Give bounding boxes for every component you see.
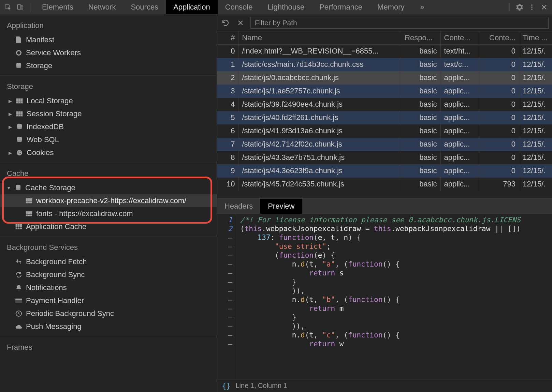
sidebar-item-cookies[interactable]: ▶Cookies (0, 146, 217, 159)
cell-name: /static/js/40.fd2ff261.chunk.js (238, 111, 401, 124)
table-row[interactable]: 4/static/js/39.f2490ee4.chunk.jsbasicapp… (217, 98, 552, 111)
clear-icon[interactable] (235, 18, 246, 28)
database-icon (14, 184, 22, 192)
sidebar-item-label: workbox-precache-v2-https://excalidraw.c… (36, 196, 186, 205)
sidebar-item-manifest[interactable]: Manifest (0, 33, 217, 46)
svg-rect-12 (16, 100, 18, 102)
devtools-top-tabs: ElementsNetworkSourcesApplicationConsole… (0, 0, 552, 14)
sidebar-item-push-messaging[interactable]: Push Messaging (0, 320, 217, 333)
sidebar-item-cache-entry[interactable]: fonts - https://excalidraw.com (0, 207, 217, 220)
cell-name: /static/js/42.7142f02c.chunk.js (238, 138, 401, 151)
svg-rect-62 (20, 226, 22, 227)
table-row[interactable]: 10/static/js/45.7d24c535.chunk.jsbasicap… (217, 178, 552, 191)
table-icon (15, 223, 23, 230)
tab-memory[interactable]: Memory (370, 0, 412, 14)
sidebar-item-label: Application Cache (26, 222, 86, 231)
table-row[interactable]: 5/static/js/40.fd2ff261.chunk.jsbasicapp… (217, 111, 552, 124)
cell-name: /static/js/1.ae52757c.chunk.js (238, 85, 401, 98)
svg-rect-21 (20, 111, 23, 113)
table-row[interactable]: 7/static/js/42.7142f02c.chunk.jsbasicapp… (217, 138, 552, 151)
sidebar-item-service-workers[interactable]: Service Workers (0, 46, 217, 59)
cell-index: 4 (217, 98, 238, 111)
tab-performance[interactable]: Performance (312, 0, 370, 14)
tab-elements[interactable]: Elements (34, 0, 81, 14)
cell-name: /static/js/45.7d24c535.chunk.js (238, 178, 401, 191)
filter-input[interactable] (250, 17, 549, 29)
sidebar-item-cache-entry[interactable]: workbox-precache-v2-https://excalidraw.c… (0, 194, 217, 207)
table-row[interactable]: 9/static/js/44.3e623f9a.chunk.jsbasicapp… (217, 164, 552, 178)
sidebar-item-label: Session Storage (27, 109, 82, 118)
settings-icon[interactable] (514, 1, 525, 13)
sidebar-item-web-sql[interactable]: Web SQL (0, 133, 217, 146)
sidebar-item-application-cache[interactable]: Application Cache (0, 220, 217, 233)
refresh-icon[interactable] (220, 18, 231, 28)
sidebar-item-indexeddb[interactable]: ▶IndexedDB (0, 120, 217, 133)
preview-tab-preview[interactable]: Preview (260, 199, 302, 214)
cell-name: /static/js/41.9f3d13a6.chunk.js (238, 124, 401, 138)
tab-sources[interactable]: Sources (123, 0, 166, 14)
table-row[interactable]: 8/static/js/43.3ae7b751.chunk.jsbasicapp… (217, 151, 552, 164)
col-header-name[interactable]: Name (238, 31, 401, 45)
table-row[interactable]: 1/static/css/main.7d14b3cc.chunk.cssbasi… (217, 58, 552, 71)
svg-rect-1 (17, 5, 21, 9)
cell-name: /index.html?__WB_REVISION__=6855... (238, 45, 401, 58)
device-toolbar-icon[interactable] (14, 1, 26, 13)
col-header-index[interactable]: # (217, 31, 238, 45)
col-header-response[interactable]: Respo... (401, 31, 440, 45)
sidebar-item-notifications[interactable]: Notifications (0, 281, 217, 294)
cell-time: 12/15/. (519, 178, 552, 191)
sidebar-item-storage[interactable]: Storage (0, 59, 217, 72)
cell-content-type: applic... (440, 124, 480, 138)
sidebar-item-label: Local Storage (27, 96, 73, 105)
cell-content-length: 0 (480, 164, 519, 178)
sidebar-item-session-storage[interactable]: ▶Session Storage (0, 107, 217, 120)
tabs-overflow-button[interactable]: » (413, 0, 432, 14)
kebab-menu-icon[interactable] (526, 1, 538, 13)
sidebar-item-periodic-background-sync[interactable]: Periodic Background Sync (0, 307, 217, 320)
cell-content-type: text/c... (440, 58, 480, 71)
svg-rect-9 (16, 99, 18, 100)
sidebar-item-payment-handler[interactable]: Payment Handler (0, 294, 217, 307)
svg-rect-57 (16, 224, 17, 226)
sidebar-item-background-sync[interactable]: Background Sync (0, 268, 217, 281)
tab-lighthouse[interactable]: Lighthouse (260, 0, 312, 14)
code-content[interactable]: /*! For license information please see 0… (236, 214, 552, 379)
tab-network[interactable]: Network (81, 0, 124, 14)
cell-time: 12/15/. (519, 164, 552, 178)
inspect-element-icon[interactable] (2, 1, 14, 13)
sidebar-item-background-fetch[interactable]: Background Fetch (0, 255, 217, 268)
table-row[interactable]: 0/index.html?__WB_REVISION__=6855...basi… (217, 45, 552, 58)
cell-content-length: 0 (480, 138, 519, 151)
tab-console[interactable]: Console (218, 0, 260, 14)
preview-tab-headers[interactable]: Headers (217, 199, 260, 214)
cell-content-type: applic... (440, 98, 480, 111)
close-icon[interactable] (538, 1, 550, 13)
divider (509, 3, 510, 12)
cell-index: 2 (217, 71, 238, 85)
col-header-time[interactable]: Time ... (519, 31, 552, 45)
svg-point-32 (20, 151, 20, 152)
table-row[interactable]: 6/static/js/41.9f3d13a6.chunk.jsbasicapp… (217, 124, 552, 138)
col-header-content-type[interactable]: Conte... (440, 31, 480, 45)
chevron-right-icon: ▶ (8, 125, 12, 129)
cell-content-length: 0 (480, 71, 519, 85)
tab-application[interactable]: Application (166, 0, 218, 14)
svg-rect-41 (28, 200, 30, 201)
svg-rect-27 (20, 115, 23, 116)
pretty-print-icon[interactable]: {} (222, 381, 231, 390)
cache-entries-table: # Name Respo... Conte... Conte... Time .… (217, 31, 552, 198)
svg-rect-14 (20, 100, 23, 102)
col-header-content-length[interactable]: Conte... (480, 31, 519, 45)
svg-point-5 (531, 9, 533, 10)
table-row[interactable]: 3/static/js/1.ae52757c.chunk.jsbasicappl… (217, 85, 552, 98)
cell-content-length: 0 (480, 85, 519, 98)
svg-rect-13 (18, 100, 20, 102)
fetch-icon (15, 258, 23, 266)
svg-rect-15 (16, 102, 18, 103)
sidebar-item-local-storage[interactable]: ▶Local Storage (0, 94, 217, 107)
cell-index: 7 (217, 138, 238, 151)
clock-icon (15, 310, 23, 317)
filter-bar (217, 14, 552, 31)
table-row[interactable]: 2/static/js/0.acabcbcc.chunk.jsbasicappl… (217, 71, 552, 85)
sidebar-item-cache-storage[interactable]: ▼ Cache Storage (0, 181, 217, 194)
